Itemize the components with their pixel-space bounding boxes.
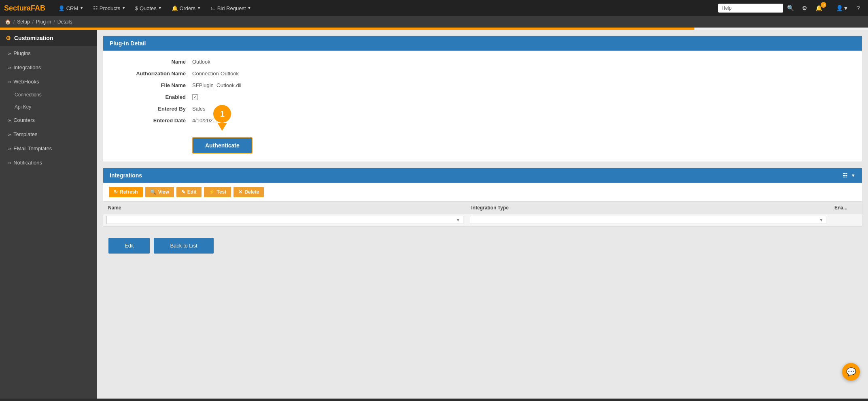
type-filter-wrap: ▼ bbox=[470, 216, 827, 224]
help-input[interactable] bbox=[718, 4, 783, 13]
main-layout: ⚙ Customization » Plugins » Integrations… bbox=[0, 30, 868, 399]
bottom-buttons: Edit Back to List bbox=[103, 232, 862, 259]
test-button[interactable]: ⚡ Test bbox=[204, 187, 231, 197]
auth-name-value: Connection-Outlook bbox=[192, 70, 239, 77]
sidebar-item-notifications[interactable]: » Notifications bbox=[0, 156, 97, 170]
help-button[interactable]: ? bbox=[853, 0, 864, 16]
gear-button[interactable]: ⚙ bbox=[798, 0, 811, 16]
breadcrumb-details[interactable]: Details bbox=[57, 19, 72, 25]
enabled-label: Enabled bbox=[119, 94, 192, 100]
nav-bid-request[interactable]: 🏷 Bid Request▼ bbox=[206, 0, 256, 16]
chevron-down-icon: ▼ bbox=[158, 6, 162, 10]
edit-button[interactable]: ✎ Edit bbox=[176, 187, 202, 197]
sidebar-item-apikey[interactable]: Api Key bbox=[0, 101, 97, 113]
delete-button[interactable]: ✕ Delete bbox=[233, 187, 264, 197]
nav-products[interactable]: ☷ Products▼ bbox=[88, 0, 130, 16]
notifications-button[interactable]: 🔔0 bbox=[811, 0, 832, 16]
entered-by-row: Entered By Sales bbox=[119, 106, 846, 112]
search-button[interactable]: 🔍 bbox=[783, 0, 798, 16]
plugin-detail-panel: Plug-in Detail Name Outlook Authorizatio… bbox=[103, 36, 862, 162]
pin-tail bbox=[217, 123, 227, 131]
chevron-right-icon: » bbox=[8, 145, 11, 151]
integrations-panel: Integrations ☷ ▼ ↻ Refresh 🔍 View ✎ Edit bbox=[103, 168, 862, 226]
tag-icon: 🏷 bbox=[210, 5, 216, 11]
brand-logo[interactable]: SecturaFAB bbox=[4, 4, 45, 13]
name-filter-input[interactable] bbox=[109, 217, 456, 223]
chevron-right-icon: » bbox=[8, 117, 11, 123]
chevron-right-icon: » bbox=[8, 79, 11, 85]
brand-name-part2: FAB bbox=[31, 4, 45, 12]
panel-header-icons: ☷ ▼ bbox=[843, 172, 855, 179]
plugin-detail-panel-header: Plug-in Detail bbox=[103, 36, 862, 51]
chevron-down-icon: ▼ bbox=[80, 6, 83, 10]
sidebar-item-webhooks[interactable]: » WebHooks bbox=[0, 75, 97, 89]
view-button[interactable]: 🔍 View bbox=[145, 187, 174, 197]
enabled-row: Enabled ✓ bbox=[119, 94, 846, 100]
nav-crm[interactable]: 👤 CRM▼ bbox=[53, 0, 88, 16]
sidebar-item-templates[interactable]: » Templates bbox=[0, 127, 97, 141]
search-icon: 🔍 bbox=[150, 189, 156, 195]
brand-name-part1: Sectura bbox=[4, 4, 31, 12]
filter-icon: ▼ bbox=[819, 218, 823, 222]
breadcrumb-plugin[interactable]: Plug-in bbox=[36, 19, 51, 25]
filter-name-cell: ▼ bbox=[103, 214, 467, 226]
breadcrumb: 🏠 / Setup / Plug-in / Details bbox=[0, 16, 868, 28]
sidebar-item-email-templates[interactable]: » EMail Templates bbox=[0, 141, 97, 156]
grid-icon: ☷ bbox=[93, 5, 98, 11]
name-row: Name Outlook bbox=[119, 59, 846, 65]
chevron-right-icon: » bbox=[8, 160, 11, 166]
edit-icon: ✎ bbox=[181, 189, 185, 195]
sidebar-item-counters[interactable]: » Counters bbox=[0, 113, 97, 127]
nav-quotes[interactable]: $ Quotes▼ bbox=[130, 0, 167, 16]
main-content: Plug-in Detail Name Outlook Authorizatio… bbox=[97, 30, 868, 399]
top-navigation: SecturaFAB 👤 CRM▼ ☷ Products▼ $ Quotes▼ … bbox=[0, 0, 868, 16]
refresh-button[interactable]: ↻ Refresh bbox=[109, 187, 143, 197]
table-header-row: Name Integration Type Ena... bbox=[103, 202, 862, 214]
filter-icon: ▼ bbox=[456, 218, 461, 222]
dollar-icon: $ bbox=[135, 5, 138, 11]
type-filter-input[interactable] bbox=[473, 217, 819, 223]
col-enabled: Ena... bbox=[830, 202, 862, 214]
grid-view-icon[interactable]: ☷ bbox=[843, 172, 848, 179]
integrations-panel-header: Integrations ☷ ▼ bbox=[103, 168, 862, 183]
filter-type-cell: ▼ bbox=[467, 214, 830, 226]
auth-name-row: Authorization Name Connection-Outlook bbox=[119, 70, 846, 77]
entered-date-label: Entered Date bbox=[119, 117, 192, 124]
col-integration-type: Integration Type bbox=[467, 202, 830, 214]
sidebar-item-connections[interactable]: Connections bbox=[0, 89, 97, 101]
nav-orders[interactable]: 🔔 Orders▼ bbox=[167, 0, 206, 16]
integrations-table: Name Integration Type Ena... ▼ bbox=[103, 202, 862, 226]
auth-name-label: Authorization Name bbox=[119, 70, 192, 77]
chevron-down-icon: ▼ bbox=[197, 6, 201, 10]
breadcrumb-setup[interactable]: Setup bbox=[17, 19, 30, 25]
authenticate-button[interactable]: Authenticate bbox=[192, 137, 253, 154]
integrations-toolbar: ↻ Refresh 🔍 View ✎ Edit ⚡ Test ✕ Dele bbox=[103, 183, 862, 202]
name-label: Name bbox=[119, 59, 192, 65]
edit-main-button[interactable]: Edit bbox=[108, 238, 150, 254]
name-filter-wrap: ▼ bbox=[106, 216, 463, 224]
footer: ©2014 - 2023 - SecturaSOFT SecturaFAB - … bbox=[0, 399, 868, 401]
chevron-right-icon: » bbox=[8, 131, 11, 137]
chat-button[interactable]: 💬 bbox=[842, 363, 860, 381]
entered-date-row: Entered Date 4/10/202... bbox=[119, 117, 846, 124]
refresh-icon: ↻ bbox=[114, 189, 118, 195]
user-menu-button[interactable]: 👤▼ bbox=[832, 0, 853, 16]
plugin-detail-form: Name Outlook Authorization Name Connecti… bbox=[103, 51, 862, 162]
file-name-value: SFPlugin_Outlook.dll bbox=[192, 82, 241, 88]
chevron-right-icon: » bbox=[8, 64, 11, 70]
times-icon: ✕ bbox=[238, 189, 242, 195]
sidebar-item-integrations[interactable]: » Integrations bbox=[0, 60, 97, 75]
sidebar-item-plugins[interactable]: » Plugins bbox=[0, 46, 97, 60]
gear-icon: ⚙ bbox=[6, 35, 11, 41]
sidebar: ⚙ Customization » Plugins » Integrations… bbox=[0, 30, 97, 399]
file-name-label: File Name bbox=[119, 82, 192, 88]
enabled-checkbox[interactable]: ✓ bbox=[192, 94, 198, 100]
sidebar-title: ⚙ Customization bbox=[0, 30, 97, 46]
home-icon[interactable]: 🏠 bbox=[5, 19, 11, 25]
chevron-down-icon[interactable]: ▼ bbox=[851, 173, 855, 178]
file-name-row: File Name SFPlugin_Outlook.dll bbox=[119, 82, 846, 88]
back-to-list-button[interactable]: Back to List bbox=[154, 238, 213, 254]
person-icon: 👤 bbox=[58, 5, 65, 11]
name-value: Outlook bbox=[192, 59, 210, 65]
filter-enabled-cell bbox=[830, 214, 862, 226]
